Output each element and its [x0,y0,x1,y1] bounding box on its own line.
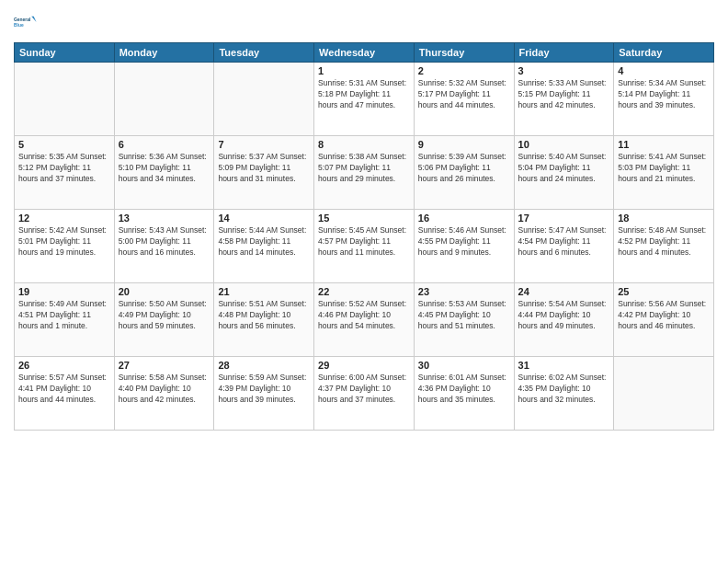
day-cell-25: 25Sunrise: 5:56 AM Sunset: 4:42 PM Dayli… [614,283,714,357]
day-number: 22 [318,286,410,297]
day-cell-15: 15Sunrise: 5:45 AM Sunset: 4:57 PM Dayli… [314,210,415,283]
day-cell-24: 24Sunrise: 5:54 AM Sunset: 4:44 PM Dayli… [514,283,614,357]
day-number: 7 [218,139,310,150]
week-row-5: 26Sunrise: 5:57 AM Sunset: 4:41 PM Dayli… [15,357,714,431]
day-cell-9: 9Sunrise: 5:39 AM Sunset: 5:06 PM Daylig… [414,136,514,210]
day-number: 25 [618,286,710,297]
week-row-3: 12Sunrise: 5:42 AM Sunset: 5:01 PM Dayli… [15,210,714,283]
day-cell-30: 30Sunrise: 6:01 AM Sunset: 4:36 PM Dayli… [414,357,514,431]
day-number: 27 [119,360,210,371]
day-cell-3: 3Sunrise: 5:33 AM Sunset: 5:15 PM Daylig… [514,63,614,136]
day-number: 2 [418,65,510,76]
day-info: Sunrise: 5:47 AM Sunset: 4:54 PM Dayligh… [518,225,610,259]
empty-cell [214,63,314,136]
day-info: Sunrise: 5:51 AM Sunset: 4:48 PM Dayligh… [218,299,310,332]
day-info: Sunrise: 5:40 AM Sunset: 5:04 PM Dayligh… [518,152,610,185]
day-info: Sunrise: 5:39 AM Sunset: 5:06 PM Dayligh… [418,152,510,185]
day-info: Sunrise: 5:33 AM Sunset: 5:15 PM Dayligh… [518,78,610,111]
day-info: Sunrise: 6:02 AM Sunset: 4:35 PM Dayligh… [518,373,610,406]
day-info: Sunrise: 5:41 AM Sunset: 5:03 PM Dayligh… [618,152,710,185]
day-info: Sunrise: 5:48 AM Sunset: 4:52 PM Dayligh… [618,225,710,259]
day-info: Sunrise: 5:50 AM Sunset: 4:49 PM Dayligh… [119,299,210,332]
day-number: 11 [618,139,710,150]
day-cell-28: 28Sunrise: 5:59 AM Sunset: 4:39 PM Dayli… [214,357,314,431]
day-cell-16: 16Sunrise: 5:46 AM Sunset: 4:55 PM Dayli… [414,210,514,283]
day-info: Sunrise: 5:42 AM Sunset: 5:01 PM Dayligh… [18,225,110,259]
empty-cell [114,63,214,136]
day-number: 26 [18,360,110,371]
day-cell-2: 2Sunrise: 5:32 AM Sunset: 5:17 PM Daylig… [414,63,514,136]
header-thursday: Thursday [414,43,514,63]
day-number: 31 [518,360,610,371]
empty-cell [614,357,714,431]
day-cell-4: 4Sunrise: 5:34 AM Sunset: 5:14 PM Daylig… [614,63,714,136]
day-info: Sunrise: 5:59 AM Sunset: 4:39 PM Dayligh… [218,373,310,406]
page-container: GeneralBlue SundayMondayTuesdayWednesday… [0,0,728,440]
day-cell-14: 14Sunrise: 5:44 AM Sunset: 4:58 PM Dayli… [214,210,314,283]
header-friday: Friday [514,43,614,63]
day-info: Sunrise: 5:36 AM Sunset: 5:10 PM Dayligh… [119,152,210,185]
day-info: Sunrise: 5:54 AM Sunset: 4:44 PM Dayligh… [518,299,610,332]
day-cell-22: 22Sunrise: 5:52 AM Sunset: 4:46 PM Dayli… [314,283,415,357]
day-number: 12 [18,213,110,224]
day-number: 6 [119,139,210,150]
day-number: 5 [18,139,110,150]
day-info: Sunrise: 5:44 AM Sunset: 4:58 PM Dayligh… [218,225,310,259]
day-number: 21 [218,286,310,297]
day-number: 18 [618,213,710,224]
logo: GeneralBlue [14,9,40,35]
day-cell-26: 26Sunrise: 5:57 AM Sunset: 4:41 PM Dayli… [15,357,115,431]
day-number: 19 [18,286,110,297]
day-number: 4 [618,65,710,76]
day-cell-12: 12Sunrise: 5:42 AM Sunset: 5:01 PM Dayli… [15,210,115,283]
day-number: 8 [318,139,410,150]
day-info: Sunrise: 5:56 AM Sunset: 4:42 PM Dayligh… [618,299,710,332]
day-number: 10 [518,139,610,150]
day-info: Sunrise: 6:00 AM Sunset: 4:37 PM Dayligh… [318,373,410,406]
day-number: 9 [418,139,510,150]
day-number: 28 [218,360,310,371]
day-info: Sunrise: 5:38 AM Sunset: 5:07 PM Dayligh… [318,152,410,185]
day-cell-29: 29Sunrise: 6:00 AM Sunset: 4:37 PM Dayli… [314,357,415,431]
day-number: 30 [418,360,510,371]
day-number: 29 [318,360,410,371]
day-cell-18: 18Sunrise: 5:48 AM Sunset: 4:52 PM Dayli… [614,210,714,283]
day-number: 17 [518,213,610,224]
day-info: Sunrise: 6:01 AM Sunset: 4:36 PM Dayligh… [418,373,510,406]
day-number: 23 [418,286,510,297]
day-info: Sunrise: 5:53 AM Sunset: 4:45 PM Dayligh… [418,299,510,332]
day-number: 3 [518,65,610,76]
day-cell-21: 21Sunrise: 5:51 AM Sunset: 4:48 PM Dayli… [214,283,314,357]
empty-cell [15,63,115,136]
page-header: GeneralBlue [14,9,714,35]
day-info: Sunrise: 5:32 AM Sunset: 5:17 PM Dayligh… [418,78,510,111]
header-sunday: Sunday [15,43,115,63]
day-info: Sunrise: 5:57 AM Sunset: 4:41 PM Dayligh… [18,373,110,406]
day-cell-17: 17Sunrise: 5:47 AM Sunset: 4:54 PM Dayli… [514,210,614,283]
day-cell-20: 20Sunrise: 5:50 AM Sunset: 4:49 PM Dayli… [114,283,214,357]
day-number: 24 [518,286,610,297]
day-cell-11: 11Sunrise: 5:41 AM Sunset: 5:03 PM Dayli… [614,136,714,210]
header-monday: Monday [114,43,214,63]
day-info: Sunrise: 5:46 AM Sunset: 4:55 PM Dayligh… [418,225,510,259]
day-cell-23: 23Sunrise: 5:53 AM Sunset: 4:45 PM Dayli… [414,283,514,357]
calendar-table: SundayMondayTuesdayWednesdayThursdayFrid… [14,42,714,431]
day-info: Sunrise: 5:34 AM Sunset: 5:14 PM Dayligh… [618,78,710,111]
day-info: Sunrise: 5:31 AM Sunset: 5:18 PM Dayligh… [318,78,410,111]
day-number: 13 [119,213,210,224]
day-cell-8: 8Sunrise: 5:38 AM Sunset: 5:07 PM Daylig… [314,136,415,210]
svg-text:General: General [14,17,31,22]
svg-marker-2 [31,17,36,22]
week-row-2: 5Sunrise: 5:35 AM Sunset: 5:12 PM Daylig… [15,136,714,210]
header-wednesday: Wednesday [314,43,415,63]
day-cell-31: 31Sunrise: 6:02 AM Sunset: 4:35 PM Dayli… [514,357,614,431]
header-tuesday: Tuesday [214,43,314,63]
logo-icon: GeneralBlue [14,9,40,35]
day-cell-13: 13Sunrise: 5:43 AM Sunset: 5:00 PM Dayli… [114,210,214,283]
day-number: 14 [218,213,310,224]
day-cell-10: 10Sunrise: 5:40 AM Sunset: 5:04 PM Dayli… [514,136,614,210]
header-saturday: Saturday [614,43,714,63]
day-info: Sunrise: 5:37 AM Sunset: 5:09 PM Dayligh… [218,152,310,185]
day-info: Sunrise: 5:43 AM Sunset: 5:00 PM Dayligh… [119,225,210,259]
header-row: SundayMondayTuesdayWednesdayThursdayFrid… [15,43,714,63]
